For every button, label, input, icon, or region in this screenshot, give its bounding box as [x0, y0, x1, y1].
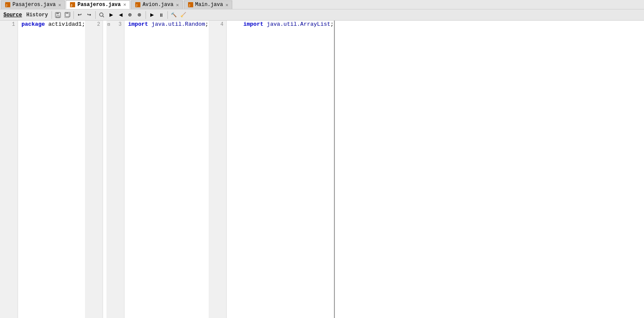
btn-find[interactable]: [97, 11, 106, 19]
tab-close-3[interactable]: ✕: [176, 2, 179, 8]
line-number: 5: [334, 21, 334, 318]
btn-toggle[interactable]: ⊕: [126, 11, 134, 19]
btn-next[interactable]: ▶: [107, 11, 115, 19]
code-area[interactable]: 1 package actividad1; 2 ⊟ 3 import java.…: [0, 21, 334, 318]
history-tab[interactable]: History: [24, 12, 49, 18]
tab-label-1: Pasajeros.java: [12, 2, 56, 8]
btn-run[interactable]: ▶: [148, 11, 156, 19]
tab-main[interactable]: J Main.java ✕: [184, 0, 232, 9]
svg-rect-10: [57, 16, 59, 18]
tab-avion[interactable]: J Avion.java ✕: [131, 0, 183, 9]
svg-text:J: J: [188, 3, 190, 7]
line-number: 1: [0, 21, 18, 318]
java-icon-3: J: [135, 2, 141, 8]
main-editor: 1 package actividad1; 2 ⊟ 3 import java.…: [0, 21, 335, 318]
svg-text:J: J: [136, 3, 137, 7]
separator-4: [146, 11, 146, 19]
editor-container: 1 package actividad1; 2 ⊟ 3 import java.…: [0, 21, 644, 318]
tab-label-4: Main.java: [195, 2, 223, 8]
line-row: 5 import java.util.Arrays;: [334, 21, 334, 318]
btn-prev[interactable]: ◀: [116, 11, 125, 19]
line-content[interactable]: import java.util.ArrayList;: [227, 21, 334, 318]
svg-text:J: J: [6, 3, 7, 7]
fold-indicator[interactable]: ⊟: [107, 21, 110, 29]
separator-5: [167, 11, 168, 19]
separator-2: [73, 11, 74, 19]
right-pane: [335, 21, 644, 318]
java-icon-4: J: [188, 2, 194, 8]
tab-close-1[interactable]: ✕: [58, 2, 61, 8]
line-row: 1 package actividad1;: [0, 21, 85, 318]
toolbar: Source History ↩ ↪ ▶ ◀ ⊕ ⊗ ▶ ⏸ 🔨 🧹: [0, 9, 644, 21]
btn-build[interactable]: 🔨: [170, 11, 178, 19]
tab-pasajeros-2[interactable]: J Pasajeros.java ✕: [66, 0, 130, 9]
tab-close-2[interactable]: ✕: [123, 2, 126, 7]
line-number: ⊟ 3: [106, 21, 125, 318]
line-row: 2: [85, 21, 106, 318]
java-icon-1: J: [5, 2, 11, 8]
line-content[interactable]: import java.util.Random;: [125, 21, 208, 318]
btn-undo[interactable]: ↩: [76, 11, 84, 19]
line-row: 4 import java.util.ArrayList;: [209, 21, 334, 318]
btn-save-all[interactable]: [63, 11, 72, 19]
java-icon-2: J: [70, 2, 76, 8]
line-content[interactable]: package actividad1;: [18, 21, 85, 318]
tab-pasajeros-1[interactable]: J Pasajeros.java ✕: [1, 0, 65, 9]
btn-redo[interactable]: ↪: [85, 11, 94, 19]
svg-line-15: [103, 16, 104, 17]
svg-text:J: J: [70, 3, 72, 7]
btn-save[interactable]: [54, 11, 62, 19]
separator-1: [52, 11, 52, 19]
btn-breakpoint[interactable]: ⊗: [135, 11, 144, 19]
btn-clean[interactable]: 🧹: [179, 11, 188, 19]
separator-3: [95, 11, 96, 19]
tab-close-4[interactable]: ✕: [225, 2, 228, 8]
line-content[interactable]: [103, 21, 106, 318]
tab-bar: J Pasajeros.java ✕ J Pasajeros.java ✕ J …: [0, 0, 644, 9]
svg-point-14: [100, 13, 103, 16]
source-tab[interactable]: Source: [2, 12, 24, 18]
line-number: 4: [209, 21, 227, 318]
tab-label-3: Avion.java: [143, 2, 173, 8]
tab-label-2: Pasajeros.java: [77, 2, 121, 8]
line-row: ⊟ 3 import java.util.Random;: [106, 21, 208, 318]
svg-rect-13: [66, 12, 68, 14]
btn-debug[interactable]: ⏸: [157, 11, 166, 19]
svg-rect-9: [56, 12, 59, 14]
line-number: 2: [85, 21, 103, 318]
